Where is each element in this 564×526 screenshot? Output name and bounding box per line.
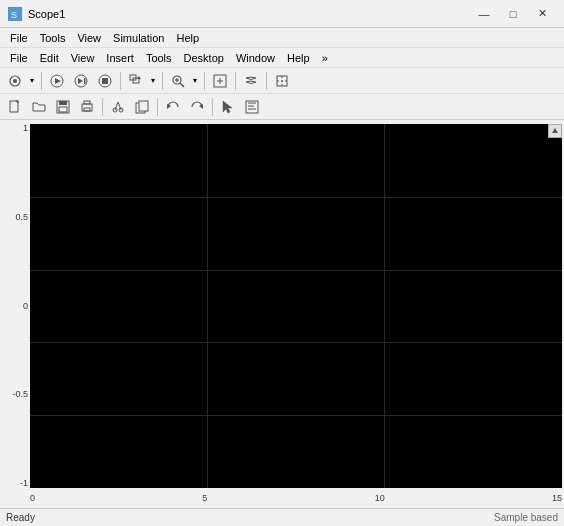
matlab-menu-bar: File Edit View Insert Tools Desktop Wind… [0,48,564,68]
svg-rect-30 [84,101,90,104]
print-dropdown: ▾ [4,70,37,92]
zoom-dropdown-arrow[interactable]: ▾ [148,70,158,92]
close-button[interactable]: ✕ [528,4,556,24]
grid-h-4 [30,415,562,416]
save-button[interactable] [52,96,74,118]
copy-button[interactable] [131,96,153,118]
step-forward-button[interactable] [70,70,92,92]
title-bar: S Scope1 — □ ✕ [0,0,564,28]
select-button[interactable] [217,96,239,118]
settings-button[interactable] [4,70,26,92]
title-bar-left: S Scope1 [8,7,65,21]
grid-v-1 [207,124,208,488]
x-label-15: 15 [552,493,562,503]
zoomin-dropdown-arrow[interactable]: ▾ [190,70,200,92]
svg-marker-45 [552,128,558,133]
scope-menu-file[interactable]: File [4,29,34,47]
svg-point-3 [13,79,17,83]
window-title: Scope1 [28,8,65,20]
grid-h-3 [30,342,562,343]
grid-h-1 [30,197,562,198]
run-button[interactable] [46,70,68,92]
separator-2 [120,72,121,90]
stop-button[interactable] [94,70,116,92]
zoom-button[interactable] [125,70,147,92]
x-label-10: 10 [375,493,385,503]
svg-rect-8 [84,78,86,84]
svg-rect-37 [139,101,148,111]
matlab-menu-edit[interactable]: Edit [34,49,65,67]
scope-params-button[interactable] [240,70,262,92]
zoom-in-button[interactable] [167,70,189,92]
status-ready: Ready [6,512,35,523]
redo-button[interactable] [186,96,208,118]
svg-text:S: S [11,10,17,20]
y-label-0: 0 [2,302,28,311]
separator-5 [235,72,236,90]
toolbar-2 [0,94,564,120]
y-label-1: 1 [2,124,28,133]
print-button[interactable] [76,96,98,118]
y-label-m05: -0.5 [2,390,28,399]
settings-dropdown-arrow[interactable]: ▾ [27,70,37,92]
separator-tb2-1 [102,98,103,116]
grid-v-2 [384,124,385,488]
matlab-menu-insert[interactable]: Insert [100,49,140,67]
matlab-menu-view[interactable]: View [65,49,101,67]
scope-menu-view[interactable]: View [71,29,107,47]
minimize-button[interactable]: — [470,4,498,24]
matlab-menu-more[interactable]: » [316,49,334,67]
matlab-menu-desktop[interactable]: Desktop [178,49,230,67]
cursor-button[interactable] [271,70,293,92]
y-label-05: 0.5 [2,213,28,222]
svg-line-17 [180,83,184,87]
scope-menu-simulation[interactable]: Simulation [107,29,170,47]
new-button[interactable] [4,96,26,118]
separator-tb2-3 [212,98,213,116]
x-axis: 0 5 10 15 [30,490,562,506]
svg-marker-5 [55,78,61,84]
svg-marker-40 [223,101,232,113]
undo-button[interactable] [162,96,184,118]
y-axis: 1 0.5 0 -0.5 -1 [2,124,28,488]
open-button[interactable] [28,96,50,118]
scope-menu-tools[interactable]: Tools [34,29,72,47]
status-bar: Ready Sample based [0,508,564,526]
svg-rect-28 [59,107,67,112]
scroll-button[interactable] [548,124,562,138]
svg-rect-27 [59,101,67,105]
separator-3 [162,72,163,90]
x-label-0: 0 [30,493,35,503]
x-label-5: 5 [202,493,207,503]
svg-marker-7 [78,78,83,84]
zoomin-dropdown: ▾ [167,70,200,92]
grid-h-2 [30,270,562,271]
matlab-menu-window[interactable]: Window [230,49,281,67]
fit-axes-button[interactable] [209,70,231,92]
zoom-dropdown: ▾ [125,70,158,92]
scope-plot-area: 1 0.5 0 -0.5 -1 0 5 10 15 [0,120,564,508]
scope-menu-help[interactable]: Help [170,29,205,47]
svg-rect-24 [10,101,18,112]
separator-4 [204,72,205,90]
maximize-button[interactable]: □ [499,4,527,24]
window-controls: — □ ✕ [470,4,556,24]
cut-button[interactable] [107,96,129,118]
scope-menu-bar: File Tools View Simulation Help [0,28,564,48]
y-label-m1: -1 [2,479,28,488]
separator-1 [41,72,42,90]
scope-container: 1 0.5 0 -0.5 -1 0 5 10 15 [0,120,564,508]
status-sample: Sample based [494,512,558,523]
text-button[interactable] [241,96,263,118]
toolbar-1: ▾ ▾ [0,68,564,94]
app-icon: S [8,7,22,21]
svg-rect-10 [102,78,108,84]
matlab-menu-file[interactable]: File [4,49,34,67]
scope-canvas [30,124,562,488]
separator-6 [266,72,267,90]
matlab-menu-help[interactable]: Help [281,49,316,67]
separator-tb2-2 [157,98,158,116]
matlab-menu-tools[interactable]: Tools [140,49,178,67]
svg-rect-31 [84,108,90,111]
